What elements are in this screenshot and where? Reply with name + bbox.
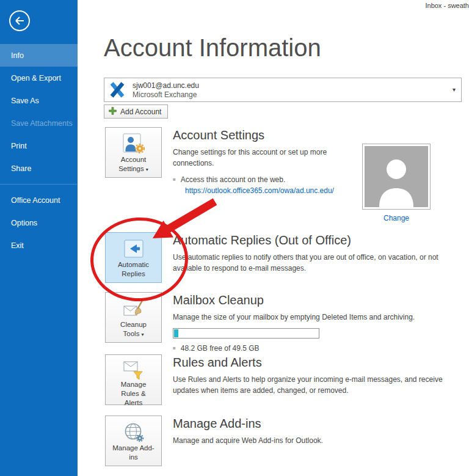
sidebar-item-office-account[interactable]: Office Account <box>0 189 78 211</box>
sidebar-item-options[interactable]: Options <box>0 211 78 234</box>
sidebar-item-share[interactable]: Share <box>0 157 78 180</box>
manage-addins-button[interactable]: Manage Add-ins <box>105 416 162 466</box>
rules-alerts-heading: Rules and Alerts <box>173 356 465 370</box>
manage-rules-alerts-button-label: Manage Rules & Alerts <box>112 380 156 408</box>
rules-alerts-icon <box>123 359 145 380</box>
automatic-replies-button[interactable]: Automatic Replies <box>105 232 162 283</box>
account-information-page: Inbox - sweath Account Information sjw00… <box>78 0 469 476</box>
plus-icon <box>109 107 117 117</box>
cleanup-tools-button[interactable]: Cleanup Tools▾ <box>105 292 162 343</box>
account-settings-button[interactable]: Account Settings▾ <box>105 127 162 178</box>
back-button[interactable] <box>8 9 31 32</box>
sidebar-item-save-attachments[interactable]: Save Attachments <box>0 112 78 134</box>
dropdown-caret-icon: ▾ <box>453 86 456 93</box>
mailbox-quota-bar <box>173 328 319 339</box>
square-bullet-icon: ■ <box>173 177 176 182</box>
manage-addins-description: Manage and acquire Web Add-ins for Outlo… <box>173 435 465 446</box>
account-settings-icon <box>123 132 145 155</box>
sidebar-item-exit[interactable]: Exit <box>0 234 78 257</box>
manage-addins-button-label: Manage Add-ins <box>112 444 156 462</box>
sidebar-item-open-export[interactable]: Open & Export <box>0 67 78 89</box>
web-access-text: Access this account on the web. <box>181 175 285 184</box>
sidebar-divider <box>0 180 78 189</box>
account-selector-dropdown[interactable]: sjw001@ad.unc.edu Microsoft Exchange ▾ <box>104 78 462 102</box>
change-photo-link[interactable]: Change <box>362 214 431 222</box>
backstage-nav: Info Open & Export Save As Save Attachme… <box>0 44 78 257</box>
automatic-replies-heading: Automatic Replies (Out of Office) <box>173 233 465 247</box>
window-status-title: Inbox - sweath <box>425 2 469 9</box>
manage-addins-section: Manage Add-ins Manage and acquire Web Ad… <box>173 417 465 446</box>
mailbox-cleanup-section: Mailbox Cleanup Manage the size of your … <box>173 293 465 353</box>
manage-rules-alerts-button[interactable]: Manage Rules & Alerts <box>105 354 162 405</box>
sidebar-item-save-as[interactable]: Save As <box>0 89 78 112</box>
mailbox-quota-text: 48.2 GB free of 49.5 GB <box>181 344 260 353</box>
rules-alerts-section: Rules and Alerts Use Rules and Alerts to… <box>173 356 465 396</box>
outlook-backstage-window: Info Open & Export Save As Save Attachme… <box>0 0 469 476</box>
account-type: Microsoft Exchange <box>133 90 197 99</box>
automatic-replies-description: Use automatic replies to notify others t… <box>173 252 465 274</box>
add-account-button[interactable]: Add Account <box>104 104 168 119</box>
sidebar-item-info[interactable]: Info <box>0 44 78 67</box>
account-settings-heading: Account Settings <box>173 128 465 142</box>
square-bullet-icon: ■ <box>173 346 176 351</box>
automatic-replies-icon <box>123 237 144 260</box>
automatic-replies-button-label: Automatic Replies <box>112 260 156 279</box>
exchange-logo-icon <box>109 82 125 100</box>
account-settings-button-label: Account Settings <box>118 156 146 172</box>
back-arrow-icon <box>8 25 31 34</box>
mailbox-quota-fill <box>174 329 178 337</box>
caret-down-icon: ▾ <box>146 167 148 172</box>
manage-addins-heading: Manage Add-ins <box>173 417 465 431</box>
backstage-sidebar: Info Open & Export Save As Save Attachme… <box>0 0 78 476</box>
caret-down-icon: ▾ <box>141 332 144 337</box>
account-settings-description: Change settings for this account or set … <box>173 147 356 169</box>
page-title: Account Information <box>104 34 321 62</box>
rules-alerts-description: Use Rules and Alerts to help organize yo… <box>173 374 465 396</box>
cleanup-tools-icon <box>123 297 145 320</box>
globe-addins-icon <box>123 420 144 444</box>
account-email: sjw001@ad.unc.edu <box>133 81 199 90</box>
automatic-replies-section: Automatic Replies (Out of Office) Use au… <box>173 233 465 274</box>
add-account-label: Add Account <box>120 108 161 116</box>
mailbox-cleanup-heading: Mailbox Cleanup <box>173 293 465 307</box>
person-silhouette-icon <box>365 146 428 207</box>
sidebar-item-print[interactable]: Print <box>0 134 78 157</box>
mailbox-cleanup-description: Manage the size of your mailbox by empty… <box>173 312 465 323</box>
profile-photo <box>362 144 431 210</box>
